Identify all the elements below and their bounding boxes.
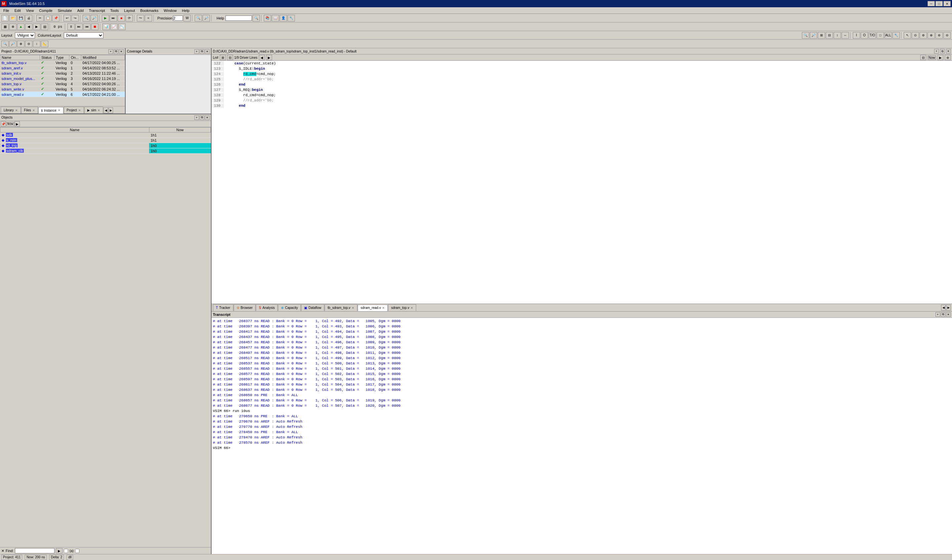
tab-dataflow[interactable]: ▣ Dataflow (301, 304, 324, 311)
obj-btn-close[interactable]: ✕ (205, 115, 210, 120)
cov-btn-float[interactable]: ⧉ (199, 49, 204, 54)
proj-btn-float[interactable]: ⧉ (114, 49, 118, 54)
project-file-row[interactable]: sdram_init.v ✓ Verilog 2 04/13/2022 11:2… (0, 71, 125, 76)
wave-tb14[interactable]: ⊙ (912, 32, 919, 39)
search-btn[interactable]: 🔍 (83, 15, 90, 22)
project-file-row[interactable]: tb_sdram_top.v ✓ Verilog 0 04/17/2022 04… (0, 60, 125, 65)
help-input[interactable] (226, 15, 252, 21)
driver-prev[interactable]: ◀ (259, 55, 265, 60)
mag5[interactable]: ↕ (33, 41, 40, 47)
trans-btn-float[interactable]: ⧉ (941, 312, 945, 317)
cov-btn-close[interactable]: ✕ (205, 49, 210, 54)
menu-bookmarks[interactable]: Bookmarks (138, 8, 161, 13)
code-area[interactable]: 122 case(current_state) 123 S_IDLE:begin… (212, 61, 952, 304)
project-file-row[interactable]: sdram_read.v ✓ Verilog 6 04/17/2022 04:2… (0, 92, 125, 97)
tab-sdram-top-close[interactable]: ✕ (411, 306, 413, 310)
cut-btn[interactable]: ✂ (36, 15, 44, 22)
proj-btn-close[interactable]: ✕ (119, 49, 124, 54)
obj-btn-float[interactable]: ⧉ (199, 115, 204, 120)
code-btn-plus[interactable]: + (934, 49, 939, 54)
cov-btn-plus[interactable]: + (194, 49, 199, 54)
layout-select[interactable]: VMgmt (15, 32, 35, 38)
tabs-scroll-left[interactable]: ◀ (104, 107, 108, 113)
print-btn[interactable]: 🖨 (25, 15, 32, 22)
menu-transcript[interactable]: Transcript (86, 8, 108, 13)
minimize-button[interactable]: ─ (927, 1, 935, 6)
wave-tb12[interactable]: 🔧 (892, 32, 900, 39)
code-tb-right2[interactable]: ▶ (938, 55, 943, 60)
wave-tb15[interactable]: ⊚ (920, 32, 927, 39)
find-input[interactable] (15, 548, 54, 554)
obj-tb1[interactable]: 📌 (1, 121, 6, 127)
transcript-content[interactable]: # at time 268377 ns READ : Bank = 0 Row … (212, 318, 952, 554)
wave-tb2[interactable]: 🔎 (810, 32, 817, 39)
zoom-in[interactable]: 🔍 (195, 15, 202, 22)
obj-more[interactable]: ▶ (14, 121, 20, 127)
lib-btn3[interactable]: 👤 (280, 15, 287, 22)
wave-tb10[interactable]: □ (876, 32, 884, 39)
new-btn[interactable]: 📄 (2, 15, 9, 22)
tab-library-close[interactable]: ✕ (15, 109, 18, 112)
menu-view[interactable]: View (23, 8, 37, 13)
find-btn[interactable]: 🔎 (91, 15, 98, 22)
tab-library[interactable]: Library ✕ (1, 107, 21, 113)
menu-add[interactable]: Add (75, 8, 87, 13)
tb2-btn3[interactable]: ▲ (17, 23, 25, 30)
col-status[interactable]: Status (40, 55, 54, 60)
col-name[interactable]: Name (0, 55, 40, 60)
tb2-btn10[interactable]: ⏹ (91, 23, 99, 30)
save-btn[interactable]: 💾 (17, 15, 25, 22)
tab-instance-close[interactable]: ✕ (58, 109, 60, 112)
code-tb1[interactable]: ⊞ (220, 55, 226, 60)
object-row[interactable]: ◆ sdk 1h1 (0, 133, 211, 138)
undo-btn[interactable]: ↩ (63, 15, 71, 22)
maximize-button[interactable]: □ (935, 1, 943, 6)
code-btn-float[interactable]: ⧉ (940, 49, 945, 54)
trans-btn-plus[interactable]: + (935, 312, 940, 317)
col-type[interactable]: Type (54, 55, 69, 60)
find-case-check[interactable] (75, 549, 79, 553)
menu-window[interactable]: Window (161, 8, 179, 13)
redo-btn[interactable]: ↪ (71, 15, 79, 22)
wave-tb1[interactable]: 🔍 (802, 32, 809, 39)
tab-sdram-read[interactable]: sdram_read.v ✕ (358, 305, 388, 311)
wave-tb4[interactable]: ⊟ (826, 32, 833, 39)
tab-browser[interactable]: ⊙ Browser (234, 304, 256, 311)
obj-btn-plus[interactable]: + (194, 115, 199, 120)
wave-tb16[interactable]: ⊛ (927, 32, 935, 39)
paste-btn[interactable]: 📌 (52, 15, 60, 22)
mag6[interactable]: 📐 (41, 41, 48, 47)
wave-tb11[interactable]: ALL (885, 32, 892, 39)
lib-btn2[interactable]: 📖 (272, 15, 279, 22)
tb2-btn2[interactable]: ⊕ (9, 23, 17, 30)
menu-help[interactable]: Help (179, 8, 192, 13)
obj-col-now[interactable]: Now (149, 128, 210, 133)
lib-btn1[interactable]: 📚 (264, 15, 271, 22)
tab-capacity[interactable]: ⊕ Capacity (278, 304, 301, 311)
code-tb-right3[interactable]: ⊛ (945, 55, 950, 60)
tab-tb-sdram[interactable]: tb_sdram_top.v ✕ (325, 304, 357, 311)
wave-tb7[interactable]: I (853, 32, 860, 39)
tb2-wave2[interactable]: 📈 (110, 23, 118, 30)
object-row[interactable]: ◆ rd_trig 1h0 (0, 143, 211, 148)
lib-btn4[interactable]: 🔧 (287, 15, 295, 22)
tb2-btn9[interactable]: ⏮ (83, 23, 91, 30)
mag3[interactable]: ⊕ (17, 41, 25, 47)
trans-btn-close[interactable]: ✕ (946, 312, 950, 317)
mag2[interactable]: 🔎 (9, 41, 17, 47)
wave-tb18[interactable]: ⊝ (943, 32, 950, 39)
mag4[interactable]: ⊖ (25, 41, 32, 47)
copy-btn[interactable]: 📋 (44, 15, 51, 22)
precision-input[interactable] (173, 15, 183, 21)
find-regex-check[interactable] (64, 549, 68, 553)
tb2-btn6[interactable]: ▤ (41, 23, 48, 30)
object-row[interactable]: ◆ sdram_clk 1h0 (0, 148, 211, 154)
project-file-row[interactable]: sdram_aref.v ✓ Verilog 1 04/14/2022 08:5… (0, 65, 125, 71)
obj-col-name[interactable]: Name (0, 128, 150, 133)
restart-btn[interactable]: ⟳ (125, 15, 133, 22)
code-tb2[interactable]: ⊟ (227, 55, 233, 60)
mag1[interactable]: 🔍 (2, 41, 9, 47)
tb2-btn8[interactable]: ⏭ (76, 23, 83, 30)
tab-tracker[interactable]: T Tracker (213, 304, 233, 311)
zoom-out[interactable]: 🔎 (202, 15, 210, 22)
